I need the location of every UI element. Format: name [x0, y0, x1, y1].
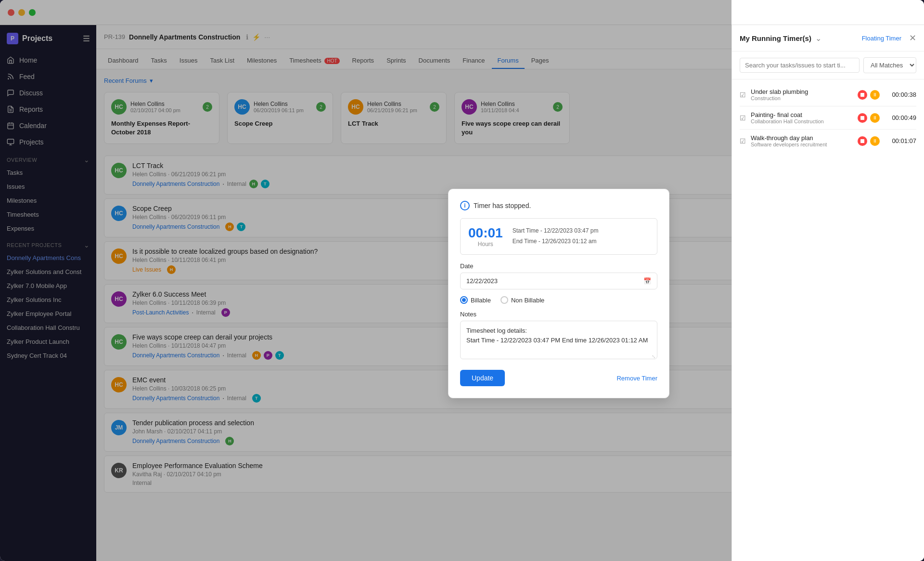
date-value: 12/22/2023	[466, 277, 498, 285]
project-link[interactable]: Donnelly Apartments Construction	[132, 181, 219, 187]
update-button[interactable]: Update	[460, 370, 505, 386]
sidebar-project-collab-hall[interactable]: Collaboration Hall Constru	[0, 321, 96, 335]
timer-panel-chevron-icon[interactable]: ⌄	[815, 34, 821, 43]
forum-card-title: Monthly Expenses Report- October 2018	[111, 119, 212, 137]
discuss-icon	[7, 89, 14, 97]
timer-stop-btn[interactable]	[858, 136, 867, 146]
sidebar-project-donnelly[interactable]: Donnelly Apartments Cons	[0, 251, 96, 265]
timer-search-filter[interactable]: All Matches	[863, 57, 916, 73]
tab-documents[interactable]: Documents	[413, 53, 456, 69]
timer-search-input[interactable]	[740, 58, 860, 73]
non-billable-radio[interactable]: Non Billable	[500, 296, 544, 304]
notes-wrapper: Timesheet log details: Start Time - 12/2…	[460, 321, 657, 361]
project-link[interactable]: Post-Launch Activities	[132, 309, 189, 316]
tab-pages[interactable]: Pages	[526, 53, 555, 69]
notes-label: Notes	[460, 311, 657, 318]
project-link[interactable]: Donnelly Apartments Construction	[132, 395, 219, 402]
timer-pause-btn[interactable]: ⏸	[870, 136, 880, 146]
minimize-window-btn[interactable]	[18, 9, 25, 16]
timer-panel-close-btn[interactable]: ✕	[909, 33, 916, 43]
sidebar-project-zylker-sol-const[interactable]: Zylker Solutions and Const	[0, 265, 96, 279]
project-link[interactable]: Donnelly Apartments Construction	[132, 438, 219, 444]
tab-tasks[interactable]: Tasks	[145, 53, 173, 69]
maximize-window-btn[interactable]	[29, 9, 36, 16]
floating-timer-btn[interactable]: Floating Timer	[862, 35, 901, 42]
tab-sprints[interactable]: Sprints	[381, 53, 411, 69]
date-field[interactable]: 12/22/2023 📅	[460, 273, 657, 289]
tab-reports[interactable]: Reports	[346, 53, 380, 69]
tab-task-list[interactable]: Task List	[204, 53, 240, 69]
avatar: HC	[111, 163, 127, 178]
sidebar-item-home[interactable]: Home	[0, 52, 96, 68]
project-link[interactable]: Donnelly Apartments Construction	[132, 352, 219, 359]
sidebar-project-zylker-employee[interactable]: Zylker Employee Portal	[0, 307, 96, 321]
timer-pause-btn[interactable]: ⏸	[870, 90, 880, 100]
forum-card-0[interactable]: HC Helen Collins 02/10/2017 04:00 pm 2 M…	[104, 92, 219, 144]
info-icon[interactable]: ℹ	[246, 33, 248, 41]
timer-stop-btn[interactable]	[858, 113, 867, 123]
billable-radio-circle[interactable]	[460, 296, 468, 304]
avatar: HC	[111, 377, 127, 392]
project-link[interactable]: Donnelly Apartments Construction	[132, 223, 219, 230]
forum-card-meta: Helen Collins 06/21/2019 06:21 pm	[367, 101, 417, 113]
close-window-btn[interactable]	[8, 9, 14, 16]
forum-tag-avatar: P	[264, 351, 272, 360]
timer-display-box: 00:01 Hours Start Time - 12/22/2023 03:4…	[460, 218, 657, 255]
stopped-modal-header: i Timer has stopped.	[460, 201, 657, 210]
forum-card-badge: 2	[316, 102, 326, 112]
forum-tag-avatar: H	[225, 437, 234, 445]
sidebar-item-feed[interactable]: Feed	[0, 68, 96, 85]
tab-forums[interactable]: Forums	[492, 53, 525, 69]
avatar: HC	[111, 334, 127, 350]
sidebar-item-reports[interactable]: Reports	[0, 101, 96, 117]
project-id: PR-139	[104, 33, 125, 40]
forum-card-1[interactable]: HC Helen Collins 06/20/2019 06:11 pm 2 S…	[227, 92, 333, 144]
sidebar-logo-label: Projects	[22, 34, 52, 43]
tab-timesheets[interactable]: Timesheets HOT	[283, 53, 345, 69]
billable-radio[interactable]: Billable	[460, 296, 491, 304]
recent-projects-expand-btn[interactable]: ⌄	[84, 241, 90, 249]
avatar: HC	[111, 291, 127, 307]
remove-timer-button[interactable]: Remove Timer	[616, 375, 657, 382]
timer-pause-btn[interactable]: ⏸	[870, 113, 880, 123]
timer-time: 00:00:38	[883, 91, 916, 98]
forum-card-2[interactable]: HC Helen Collins 06/21/2019 06:21 pm 2 L…	[341, 92, 447, 144]
live-issues-tag[interactable]: Live Issues	[132, 266, 161, 273]
calendar-icon[interactable]: 📅	[643, 277, 651, 285]
tab-issues[interactable]: Issues	[174, 53, 204, 69]
forum-card-3[interactable]: HC Helen Collins 10/11/2018 04:4 2 Five …	[454, 92, 570, 144]
notes-textarea[interactable]: Timesheet log details: Start Time - 12/2…	[460, 321, 657, 359]
sidebar-item-expenses[interactable]: Expenses	[0, 222, 96, 235]
timer-item-info: Under slab plumbing Construction	[751, 88, 853, 101]
sidebar-project-zylker-sol-inc[interactable]: Zylker Solutions Inc	[0, 293, 96, 307]
non-billable-radio-circle[interactable]	[500, 296, 508, 304]
sidebar-item-calendar[interactable]: Calendar	[0, 117, 96, 134]
more-icon[interactable]: ···	[264, 33, 270, 41]
sidebar-item-label: Reports	[19, 105, 43, 113]
recent-forums-chevron: ▾	[150, 77, 153, 84]
home-icon	[7, 56, 14, 64]
billing-options: Billable Non Billable	[460, 296, 657, 304]
sidebar-project-zylker-mobile[interactable]: Zylker 7.0 Mobile App	[0, 279, 96, 293]
timer-item-controls: ⏸ 00:00:38	[858, 90, 916, 100]
timer-stop-btn[interactable]	[858, 90, 867, 100]
star-icon[interactable]: ⚡	[252, 33, 260, 41]
sidebar-menu-btn[interactable]: ☰	[83, 34, 90, 43]
forum-card-badge: 2	[203, 102, 212, 112]
sidebar-project-zylker-launch[interactable]: Zylker Product Launch	[0, 335, 96, 349]
sidebar-item-tasks[interactable]: Tasks	[0, 166, 96, 180]
sidebar-item-projects[interactable]: Projects	[0, 134, 96, 150]
overview-collapse-btn[interactable]: ⌄	[84, 156, 90, 164]
tab-finance[interactable]: Finance	[457, 53, 490, 69]
tab-dashboard[interactable]: Dashboard	[102, 53, 144, 69]
sidebar-item-timesheets[interactable]: Timesheets	[0, 208, 96, 222]
forum-tag-avatar: P	[221, 308, 230, 317]
sidebar-project-sydney-cert[interactable]: Sydney Cert Track 04	[0, 349, 96, 363]
tab-milestones[interactable]: Milestones	[241, 53, 282, 69]
svg-rect-3	[8, 123, 13, 129]
svg-rect-7	[7, 139, 13, 144]
sidebar-item-milestones[interactable]: Milestones	[0, 194, 96, 208]
sidebar-item-discuss[interactable]: Discuss	[0, 85, 96, 101]
forum-card-title: Scope Creep	[234, 119, 326, 128]
sidebar-item-issues[interactable]: Issues	[0, 180, 96, 194]
